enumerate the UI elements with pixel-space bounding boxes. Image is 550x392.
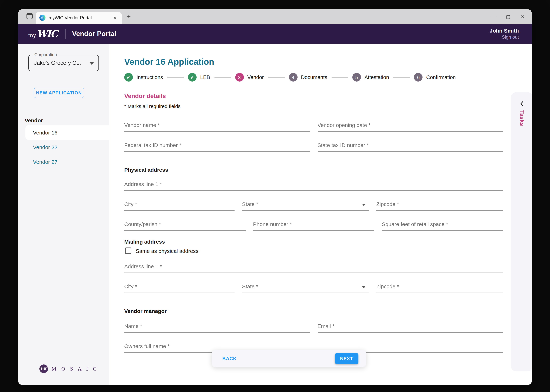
corporation-select-value: Jake's Grocery Co. xyxy=(29,55,98,71)
required-fields-note: * Marks all required fields xyxy=(124,103,503,109)
sidebar-item-vendor-22[interactable]: Vendor 22 xyxy=(25,140,109,154)
step-connector xyxy=(393,77,410,78)
mosaic-logo-text: M O S A I C xyxy=(51,366,98,372)
step-complete-circle: ✓ xyxy=(124,73,133,82)
corporation-select-label: Corporation xyxy=(33,52,58,57)
chevron-down-icon xyxy=(362,286,366,288)
physical-address-line1-wrap xyxy=(124,179,503,191)
step-confirmation[interactable]: 6 Confirmation xyxy=(414,73,456,82)
mailing-state-select[interactable] xyxy=(242,281,369,293)
page-title: Vendor 16 Application xyxy=(124,57,503,67)
close-icon[interactable]: ✕ xyxy=(520,14,526,19)
state-tax-id-field-wrap xyxy=(318,140,503,152)
wic-circle-icon: WIC xyxy=(39,364,48,373)
tab-title: myWIC Vendor Portal xyxy=(49,15,112,20)
vendor-opening-date-field-wrap xyxy=(318,120,503,132)
step-instructions[interactable]: ✓ Instructions xyxy=(124,73,163,82)
chevron-down-icon xyxy=(89,62,94,65)
mosaic-logo: WIC M O S A I C xyxy=(39,364,98,373)
back-button[interactable]: BACK xyxy=(222,356,237,361)
tab-close-icon[interactable]: ✕ xyxy=(112,14,118,21)
sidebar: Corporation Jake's Grocery Co. NEW APPLI… xyxy=(18,44,109,385)
section-title-vendor-details: Vendor details xyxy=(124,93,503,100)
manager-name-input[interactable] xyxy=(124,321,310,333)
step-number: 5 xyxy=(352,73,361,82)
tasks-panel[interactable]: Tasks xyxy=(511,92,532,371)
physical-state-wrap xyxy=(242,199,369,211)
step-leb[interactable]: ✓ LEB xyxy=(188,73,210,82)
maximize-icon[interactable]: ▢ xyxy=(505,14,511,19)
app-header: my WIC Vendor Portal John Smith Sign out xyxy=(18,24,532,44)
main-panel: Vendor 16 Application ✓ Instructions ✓ L… xyxy=(109,44,532,385)
physical-city-wrap xyxy=(124,199,235,211)
browser-window: myWIC Vendor Portal ✕ + — ▢ ✕ my WIC Ven… xyxy=(18,9,532,385)
county-parish-wrap xyxy=(124,219,246,231)
mailing-zipcode-input[interactable] xyxy=(376,281,503,293)
step-complete-circle: ✓ xyxy=(188,73,196,82)
edge-browser-icon xyxy=(39,15,45,21)
window-controls: — ▢ ✕ xyxy=(490,9,526,24)
same-as-physical-row: Same as physical address xyxy=(124,247,503,254)
federal-tax-id-input[interactable] xyxy=(124,140,310,152)
check-icon: ✓ xyxy=(126,74,130,80)
header-divider xyxy=(65,29,65,39)
sidebar-item-vendor-16[interactable]: Vendor 16 xyxy=(25,125,109,140)
phone-number-wrap xyxy=(253,219,374,231)
browser-titlebar: myWIC Vendor Portal ✕ + — ▢ ✕ xyxy=(18,9,532,24)
physical-state-select[interactable] xyxy=(242,199,369,211)
vendor-list: Vendor 16 Vendor 22 Vendor 27 xyxy=(18,125,109,169)
stage: myWIC Vendor Portal ✕ + — ▢ ✕ my WIC Ven… xyxy=(0,0,550,392)
mywic-logo: my WIC xyxy=(28,28,57,39)
step-connector xyxy=(268,77,284,78)
county-parish-input[interactable] xyxy=(124,219,246,231)
vendor-manager-title: Vendor managor xyxy=(124,308,503,314)
next-button[interactable]: NEXT xyxy=(335,353,358,364)
square-feet-input[interactable] xyxy=(382,219,503,231)
corporation-select[interactable]: Corporation Jake's Grocery Co. xyxy=(28,55,99,71)
phone-number-input[interactable] xyxy=(253,219,374,231)
same-as-physical-label: Same as physical address xyxy=(136,248,198,254)
step-connector xyxy=(214,77,231,78)
sidebar-item-vendor-27[interactable]: Vendor 27 xyxy=(25,154,109,169)
physical-city-input[interactable] xyxy=(124,199,235,211)
tasks-panel-label[interactable]: Tasks xyxy=(519,110,525,126)
stepper: ✓ Instructions ✓ LEB 3 Vendor xyxy=(124,73,503,82)
mailing-city-input[interactable] xyxy=(124,281,235,293)
sign-out-link[interactable]: Sign out xyxy=(490,34,519,40)
step-attestation[interactable]: 5 Attestation xyxy=(352,73,389,82)
minimize-icon[interactable]: — xyxy=(490,14,497,19)
step-vendor[interactable]: 3 Vendor xyxy=(235,73,264,82)
tab-overview-icon[interactable] xyxy=(27,13,33,19)
chevron-down-icon xyxy=(362,204,366,206)
same-as-physical-checkbox[interactable] xyxy=(125,247,131,254)
physical-address-line1-input[interactable] xyxy=(124,179,503,191)
new-application-button[interactable]: NEW APPLICATION xyxy=(34,88,84,98)
step-connector xyxy=(167,77,184,78)
mailing-address-line1-input[interactable] xyxy=(124,261,503,273)
sidebar-section-title: Vendor xyxy=(25,117,109,123)
federal-tax-id-field-wrap xyxy=(124,140,310,152)
logo-wic-text: WIC xyxy=(36,28,57,39)
mailing-zipcode-wrap xyxy=(376,281,503,293)
vendor-opening-date-input[interactable] xyxy=(318,120,503,132)
app-title: Vendor Portal xyxy=(72,30,116,38)
square-feet-wrap xyxy=(382,219,503,231)
step-documents[interactable]: 4 Documents xyxy=(289,73,327,82)
manager-email-input[interactable] xyxy=(318,321,503,333)
action-bar: BACK NEXT xyxy=(212,350,366,367)
browser-tab[interactable]: myWIC Vendor Portal ✕ xyxy=(36,12,122,24)
mailing-address-line1-wrap xyxy=(124,261,503,273)
step-number: 4 xyxy=(289,73,297,82)
step-connector xyxy=(332,77,348,78)
manager-email-wrap xyxy=(318,321,503,333)
user-block: John Smith Sign out xyxy=(490,28,519,40)
user-name: John Smith xyxy=(490,28,519,34)
step-number: 6 xyxy=(414,73,423,82)
vendor-name-field-wrap xyxy=(124,120,310,132)
new-tab-icon[interactable]: + xyxy=(127,13,131,20)
manager-name-wrap xyxy=(124,321,310,333)
vendor-name-input[interactable] xyxy=(124,120,310,132)
state-tax-id-input[interactable] xyxy=(318,140,503,152)
physical-zipcode-input[interactable] xyxy=(376,199,503,211)
chevron-left-icon[interactable] xyxy=(518,100,525,107)
